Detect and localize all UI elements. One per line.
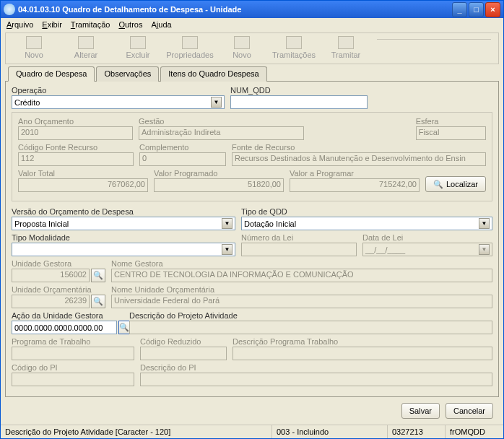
tb-excluir: Excluir bbox=[117, 36, 159, 59]
window-title: 04.01.03.10 Quadro de Detalhamento de De… bbox=[18, 5, 241, 14]
ro-codfonte: 112 bbox=[18, 152, 134, 166]
menu-tramitacao[interactable]: Tramitação bbox=[71, 20, 110, 29]
lookup-unidgest-button[interactable]: 🔍 bbox=[91, 269, 105, 282]
tb-tramitacoes: Tramitações bbox=[273, 36, 315, 59]
toolbar: Novo Alterar Excluir Propriedades Novo T… bbox=[5, 32, 499, 64]
statusbar: Descrição do Projeto Atividade [Caracter… bbox=[1, 425, 503, 438]
select-tipomod[interactable]: ▼ bbox=[12, 243, 235, 256]
app-window: 04.01.03.10 Quadro de Detalhamento de De… bbox=[0, 0, 504, 439]
ro-unidgest: 156002 bbox=[12, 269, 90, 282]
lbl-operacao: Operação bbox=[12, 86, 225, 95]
ro-gestao: Administração Indireta bbox=[139, 126, 304, 140]
ro-complemento: 0 bbox=[139, 152, 226, 166]
tab-quadro-despesa[interactable]: Quadro de Despesa bbox=[8, 66, 95, 82]
menu-outros[interactable]: Outros bbox=[118, 20, 142, 29]
ro-nomegest: CENTRO DE TECNOLOGIA DA INFORMAÇÃO E COM… bbox=[111, 269, 492, 282]
ro-codpi bbox=[12, 373, 134, 386]
delete-icon bbox=[130, 36, 146, 49]
search-icon: 🔍 bbox=[433, 180, 443, 189]
ro-unidorc: 26239 bbox=[12, 295, 90, 308]
chevron-down-icon: ▼ bbox=[479, 244, 490, 255]
ro-nomeunidorc: Universidade Federal do Pará bbox=[111, 295, 492, 308]
chevron-down-icon: ▼ bbox=[222, 218, 233, 229]
group-orcamento: Ano Orçamento2010 GestãoAdministração In… bbox=[12, 112, 492, 201]
tab-itens-quadro[interactable]: Itens do Quadro Despesa bbox=[160, 66, 266, 82]
tramitacoes-icon bbox=[286, 36, 302, 49]
select-tipoqdd[interactable]: Dotação Inicial▼ bbox=[241, 217, 492, 230]
app-icon bbox=[4, 4, 15, 15]
input-numqdd[interactable] bbox=[230, 95, 368, 109]
main-panel: Operação Crédito▼ NUM_QDD Ano Orçamento2… bbox=[5, 81, 499, 397]
status-form: frOMQDD bbox=[446, 425, 503, 438]
search-icon: 🔍 bbox=[93, 271, 103, 280]
select-datalei: __/__/____▼ bbox=[362, 243, 492, 256]
lbl-numqdd: NUM_QDD bbox=[230, 86, 368, 95]
lookup-unidorc-button[interactable]: 🔍 bbox=[91, 295, 105, 308]
tb-tramitar: Tramitar bbox=[325, 36, 367, 59]
search-icon: 🔍 bbox=[119, 323, 129, 332]
tramitar-icon bbox=[338, 36, 354, 49]
cancelar-button[interactable]: Cancelar bbox=[446, 403, 493, 419]
minimize-button[interactable]: _ bbox=[452, 2, 467, 17]
input-acaoug[interactable] bbox=[12, 321, 117, 334]
new-icon bbox=[26, 36, 42, 49]
ro-fonterec: Recursos Destinados à Manutenção e Desen… bbox=[232, 152, 486, 166]
search-icon: 🔍 bbox=[93, 297, 103, 306]
lookup-acaoug-button[interactable]: 🔍 bbox=[118, 321, 130, 334]
chevron-down-icon: ▼ bbox=[222, 244, 233, 255]
menu-exibir[interactable]: Exibir bbox=[42, 20, 62, 29]
tb-novo: Novo bbox=[13, 36, 55, 59]
salvar-button[interactable]: Salvar bbox=[401, 403, 440, 419]
menu-arquivo[interactable]: Arquivo bbox=[6, 20, 33, 29]
bottom-buttons: Salvar Cancelar bbox=[1, 397, 503, 425]
tab-observacoes[interactable]: Observações bbox=[96, 66, 159, 82]
localizar-button[interactable]: 🔍Localizar bbox=[425, 176, 486, 192]
ro-numlei bbox=[241, 243, 357, 256]
ro-valtotal: 767062,00 bbox=[18, 178, 148, 192]
chevron-down-icon: ▼ bbox=[479, 218, 490, 229]
status-desc: Descrição do Projeto Atividade [Caracter… bbox=[1, 425, 272, 438]
ro-codred bbox=[140, 347, 227, 360]
chevron-down-icon: ▼ bbox=[211, 97, 222, 108]
menubar: Arquivo Exibir Tramitação Outros Ajuda bbox=[1, 18, 503, 31]
titlebar: 04.01.03.10 Quadro de Detalhamento de De… bbox=[1, 1, 503, 18]
tb-novo2: Novo bbox=[221, 36, 263, 59]
ro-progtrab bbox=[12, 347, 134, 360]
maximize-button[interactable]: □ bbox=[469, 2, 484, 17]
ro-descprog bbox=[233, 347, 492, 360]
ro-descpi bbox=[140, 373, 492, 386]
ro-valaprog: 715242,00 bbox=[290, 178, 420, 192]
select-operacao[interactable]: Crédito▼ bbox=[12, 95, 225, 109]
status-mode: 003 - Incluindo bbox=[272, 425, 388, 438]
ro-anoorc: 2010 bbox=[18, 126, 133, 140]
properties-icon bbox=[182, 36, 198, 49]
close-button[interactable]: × bbox=[485, 2, 500, 17]
status-code: 0327213 bbox=[388, 425, 446, 438]
tabs-area: Quadro de Despesa Observações Itens do Q… bbox=[5, 66, 499, 397]
ro-esfera: Fiscal bbox=[416, 126, 486, 140]
new2-icon bbox=[234, 36, 250, 49]
select-versao[interactable]: Proposta Inicial▼ bbox=[12, 217, 235, 230]
tb-propriedades: Propriedades bbox=[169, 36, 211, 59]
tb-alterar: Alterar bbox=[65, 36, 107, 59]
ro-descproj bbox=[129, 321, 492, 334]
ro-valprog: 51820,00 bbox=[154, 178, 284, 192]
menu-ajuda[interactable]: Ajuda bbox=[151, 20, 171, 29]
edit-icon bbox=[78, 36, 94, 49]
